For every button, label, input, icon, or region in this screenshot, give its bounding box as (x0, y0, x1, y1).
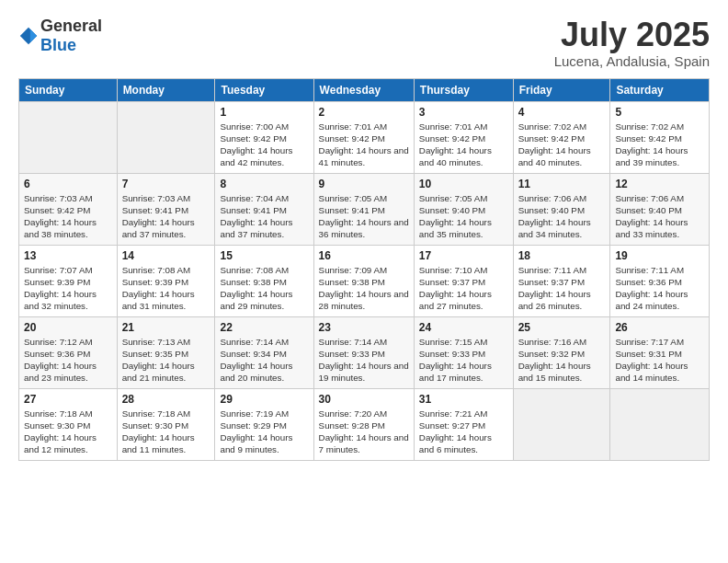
day-detail: Sunrise: 7:20 AM Sunset: 9:28 PM Dayligh… (319, 408, 409, 456)
logo: General Blue (18, 17, 102, 55)
day-detail: Sunrise: 7:01 AM Sunset: 9:42 PM Dayligh… (319, 121, 409, 169)
day-number: 11 (518, 178, 606, 190)
day-number: 19 (615, 249, 704, 262)
calendar-cell: 28Sunrise: 7:18 AM Sunset: 9:30 PM Dayli… (117, 388, 215, 460)
day-number: 12 (615, 178, 704, 190)
day-detail: Sunrise: 7:14 AM Sunset: 9:34 PM Dayligh… (220, 336, 308, 385)
day-number: 13 (24, 249, 112, 262)
day-detail: Sunrise: 7:06 AM Sunset: 9:40 PM Dayligh… (615, 192, 704, 241)
day-number: 24 (419, 321, 508, 334)
col-header-sunday: Sunday (19, 78, 118, 101)
day-number: 15 (220, 249, 308, 262)
logo-icon (18, 26, 39, 46)
calendar-cell: 2Sunrise: 7:01 AM Sunset: 9:42 PM Daylig… (313, 101, 414, 173)
day-detail: Sunrise: 7:09 AM Sunset: 9:38 PM Dayligh… (319, 264, 409, 313)
day-number: 22 (220, 321, 308, 334)
calendar-cell: 16Sunrise: 7:09 AM Sunset: 9:38 PM Dayli… (313, 245, 414, 316)
day-number: 2 (319, 106, 409, 119)
day-detail: Sunrise: 7:13 AM Sunset: 9:35 PM Dayligh… (122, 336, 210, 385)
calendar-cell: 13Sunrise: 7:07 AM Sunset: 9:39 PM Dayli… (19, 245, 118, 316)
day-number: 10 (419, 178, 508, 190)
col-header-wednesday: Wednesday (313, 78, 414, 101)
calendar-cell: 1Sunrise: 7:00 AM Sunset: 9:42 PM Daylig… (215, 101, 313, 173)
calendar-cell (513, 388, 610, 460)
day-number: 18 (518, 249, 606, 262)
day-detail: Sunrise: 7:21 AM Sunset: 9:27 PM Dayligh… (419, 408, 508, 456)
day-detail: Sunrise: 7:02 AM Sunset: 9:42 PM Dayligh… (615, 121, 704, 169)
calendar-cell: 9Sunrise: 7:05 AM Sunset: 9:41 PM Daylig… (313, 173, 414, 245)
day-detail: Sunrise: 7:11 AM Sunset: 9:36 PM Dayligh… (615, 264, 704, 313)
day-detail: Sunrise: 7:16 AM Sunset: 9:32 PM Dayligh… (518, 336, 606, 385)
day-number: 14 (122, 249, 210, 262)
day-number: 3 (419, 106, 508, 119)
day-number: 27 (24, 393, 112, 406)
calendar-cell: 15Sunrise: 7:08 AM Sunset: 9:38 PM Dayli… (215, 245, 313, 316)
day-number: 8 (220, 178, 308, 190)
calendar-cell: 24Sunrise: 7:15 AM Sunset: 9:33 PM Dayli… (414, 316, 513, 388)
day-number: 5 (615, 106, 704, 119)
calendar-cell: 19Sunrise: 7:11 AM Sunset: 9:36 PM Dayli… (610, 245, 710, 316)
calendar-cell: 8Sunrise: 7:04 AM Sunset: 9:41 PM Daylig… (215, 173, 313, 245)
day-number: 26 (615, 321, 704, 334)
day-detail: Sunrise: 7:06 AM Sunset: 9:40 PM Dayligh… (518, 192, 606, 241)
calendar-cell: 6Sunrise: 7:03 AM Sunset: 9:42 PM Daylig… (19, 173, 118, 245)
col-header-saturday: Saturday (610, 78, 710, 101)
day-number: 7 (122, 178, 210, 190)
calendar-cell: 14Sunrise: 7:08 AM Sunset: 9:39 PM Dayli… (117, 245, 215, 316)
day-detail: Sunrise: 7:15 AM Sunset: 9:33 PM Dayligh… (419, 336, 508, 385)
calendar-cell (610, 388, 710, 460)
day-detail: Sunrise: 7:08 AM Sunset: 9:39 PM Dayligh… (122, 264, 210, 313)
calendar-cell: 25Sunrise: 7:16 AM Sunset: 9:32 PM Dayli… (513, 316, 610, 388)
day-number: 9 (319, 178, 409, 190)
main-title: July 2025 (554, 17, 710, 53)
day-detail: Sunrise: 7:02 AM Sunset: 9:42 PM Dayligh… (518, 121, 606, 169)
calendar-cell: 21Sunrise: 7:13 AM Sunset: 9:35 PM Dayli… (117, 316, 215, 388)
col-header-monday: Monday (117, 78, 215, 101)
day-detail: Sunrise: 7:11 AM Sunset: 9:37 PM Dayligh… (518, 264, 606, 313)
week-row-1: 1Sunrise: 7:00 AM Sunset: 9:42 PM Daylig… (19, 101, 710, 173)
day-number: 25 (518, 321, 606, 334)
day-detail: Sunrise: 7:04 AM Sunset: 9:41 PM Dayligh… (220, 192, 308, 241)
day-number: 23 (319, 321, 409, 334)
calendar-cell: 10Sunrise: 7:05 AM Sunset: 9:40 PM Dayli… (414, 173, 513, 245)
day-number: 4 (518, 106, 606, 119)
day-detail: Sunrise: 7:05 AM Sunset: 9:41 PM Dayligh… (319, 192, 409, 241)
calendar-cell: 18Sunrise: 7:11 AM Sunset: 9:37 PM Dayli… (513, 245, 610, 316)
day-number: 31 (419, 393, 508, 406)
day-number: 28 (122, 393, 210, 406)
week-row-2: 6Sunrise: 7:03 AM Sunset: 9:42 PM Daylig… (19, 173, 710, 245)
calendar-cell: 20Sunrise: 7:12 AM Sunset: 9:36 PM Dayli… (19, 316, 118, 388)
calendar-cell: 26Sunrise: 7:17 AM Sunset: 9:31 PM Dayli… (610, 316, 710, 388)
calendar-cell: 22Sunrise: 7:14 AM Sunset: 9:34 PM Dayli… (215, 316, 313, 388)
day-detail: Sunrise: 7:08 AM Sunset: 9:38 PM Dayligh… (220, 264, 308, 313)
col-header-friday: Friday (513, 78, 610, 101)
week-row-4: 20Sunrise: 7:12 AM Sunset: 9:36 PM Dayli… (19, 316, 710, 388)
svg-marker-1 (30, 29, 37, 43)
week-row-3: 13Sunrise: 7:07 AM Sunset: 9:39 PM Dayli… (19, 245, 710, 316)
day-number: 6 (24, 178, 112, 190)
day-detail: Sunrise: 7:14 AM Sunset: 9:33 PM Dayligh… (319, 336, 409, 385)
day-number: 29 (220, 393, 308, 406)
subtitle: Lucena, Andalusia, Spain (554, 53, 710, 69)
day-detail: Sunrise: 7:07 AM Sunset: 9:39 PM Dayligh… (24, 264, 112, 313)
calendar-cell: 29Sunrise: 7:19 AM Sunset: 9:29 PM Dayli… (215, 388, 313, 460)
calendar-cell (19, 101, 118, 173)
calendar-table: SundayMondayTuesdayWednesdayThursdayFrid… (18, 78, 710, 461)
calendar-cell (117, 101, 215, 173)
col-header-thursday: Thursday (414, 78, 513, 101)
calendar-cell: 31Sunrise: 7:21 AM Sunset: 9:27 PM Dayli… (414, 388, 513, 460)
calendar-cell: 30Sunrise: 7:20 AM Sunset: 9:28 PM Dayli… (313, 388, 414, 460)
day-detail: Sunrise: 7:01 AM Sunset: 9:42 PM Dayligh… (419, 121, 508, 169)
day-number: 16 (319, 249, 409, 262)
day-detail: Sunrise: 7:18 AM Sunset: 9:30 PM Dayligh… (24, 408, 112, 456)
week-row-5: 27Sunrise: 7:18 AM Sunset: 9:30 PM Dayli… (19, 388, 710, 460)
calendar-cell: 27Sunrise: 7:18 AM Sunset: 9:30 PM Dayli… (19, 388, 118, 460)
day-detail: Sunrise: 7:12 AM Sunset: 9:36 PM Dayligh… (24, 336, 112, 385)
day-detail: Sunrise: 7:10 AM Sunset: 9:37 PM Dayligh… (419, 264, 508, 313)
day-detail: Sunrise: 7:17 AM Sunset: 9:31 PM Dayligh… (615, 336, 704, 385)
day-number: 1 (220, 106, 308, 119)
calendar-cell: 3Sunrise: 7:01 AM Sunset: 9:42 PM Daylig… (414, 101, 513, 173)
col-header-tuesday: Tuesday (215, 78, 313, 101)
calendar-cell: 12Sunrise: 7:06 AM Sunset: 9:40 PM Dayli… (610, 173, 710, 245)
calendar-cell: 23Sunrise: 7:14 AM Sunset: 9:33 PM Dayli… (313, 316, 414, 388)
